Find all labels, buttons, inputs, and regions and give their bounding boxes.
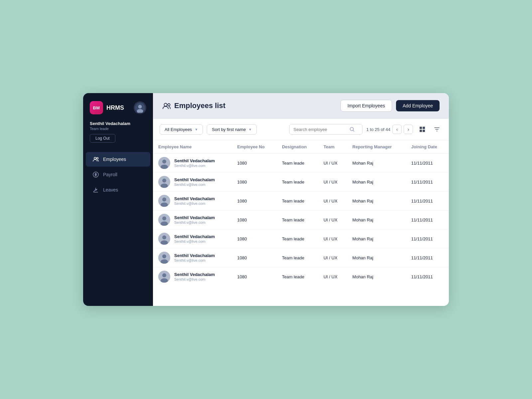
employee-name-cell: Senthil Vedachalam Senthil.v@live.com: [153, 210, 232, 229]
top-actions: Import Employees Add Employee: [340, 100, 440, 112]
prev-page-button[interactable]: ‹: [392, 125, 402, 134]
table-area: All Employees ▼ Sort by first name ▼ 1 t…: [153, 119, 449, 306]
page-title: Employees list: [174, 101, 225, 110]
sidebar-item-payroll[interactable]: Payroll: [86, 167, 150, 182]
employee-name: Senthil Vedachalam: [174, 196, 215, 201]
table-row[interactable]: Senthil Vedachalam Senthil.v@live.com 10…: [153, 154, 449, 173]
user-role: Team leade: [90, 127, 146, 131]
employee-joining-date: 11/11/2011: [406, 154, 449, 173]
svg-point-3: [94, 157, 96, 159]
col-team: Team: [318, 140, 347, 154]
sort-caret-icon: ▼: [248, 128, 252, 131]
employee-email: Senthil.v@live.com: [174, 201, 215, 205]
page-title-area: Employees list: [162, 101, 225, 110]
search-icon: [349, 127, 355, 132]
grid-view-button[interactable]: [417, 124, 428, 135]
employee-designation: Team leade: [277, 173, 318, 192]
employee-manager: Mohan Raj: [347, 248, 406, 267]
svg-point-1: [138, 105, 142, 108]
employee-joining-date: 11/11/2011: [406, 210, 449, 229]
next-page-button[interactable]: ›: [404, 125, 413, 134]
employee-number: 1080: [232, 210, 277, 229]
filter-icon-button[interactable]: [432, 124, 442, 135]
employee-name-cell: Senthil Vedachalam Senthil.v@live.com: [153, 248, 232, 267]
svg-point-20: [162, 198, 166, 201]
sidebar-item-employees-label: Employees: [103, 157, 126, 162]
sidebar-item-leaves[interactable]: Leaves: [86, 183, 150, 197]
employee-joining-date: 11/11/2011: [406, 248, 449, 267]
employee-avatar: [158, 157, 170, 169]
table-row[interactable]: Senthil Vedachalam Senthil.v@live.com 10…: [153, 229, 449, 248]
employee-name-cell: Senthil Vedachalam Senthil.v@live.com: [153, 154, 232, 173]
employee-manager: Mohan Raj: [347, 229, 406, 248]
pagination-text: 1 to 25 of 44: [366, 127, 390, 132]
employee-name: Senthil Vedachalam: [174, 272, 215, 277]
employee-joining-date: 11/11/2011: [406, 229, 449, 248]
employee-team: UI / UX: [318, 248, 347, 267]
leaves-icon: [92, 187, 99, 193]
sort-dropdown[interactable]: Sort by first name ▼: [207, 124, 257, 135]
employee-table: Employee Name Employee No Designation Te…: [153, 140, 449, 286]
employee-name-cell: Senthil Vedachalam Senthil.v@live.com: [153, 173, 232, 192]
main-content: Employees list Import Employees Add Empl…: [153, 93, 449, 306]
employee-avatar: [158, 271, 170, 283]
employee-number: 1080: [232, 248, 277, 267]
employee-manager: Mohan Raj: [347, 173, 406, 192]
employee-name-cell: Senthil Vedachalam Senthil.v@live.com: [153, 229, 232, 248]
svg-point-6: [164, 103, 167, 106]
filter-dropdown[interactable]: All Employees ▼: [160, 124, 203, 135]
table-row[interactable]: Senthil Vedachalam Senthil.v@live.com 10…: [153, 210, 449, 229]
table-row[interactable]: Senthil Vedachalam Senthil.v@live.com 10…: [153, 192, 449, 210]
employee-email: Senthil.v@live.com: [174, 220, 215, 224]
payroll-icon: [92, 171, 99, 178]
filter-caret-icon: ▼: [195, 128, 198, 131]
col-employee-no: Employee No: [232, 140, 277, 154]
user-avatar: [134, 101, 146, 114]
sidebar: BM HRMS Senthil Vedachalam Team leade Lo…: [83, 93, 153, 306]
employee-avatar: [158, 233, 170, 245]
employee-number: 1080: [232, 229, 277, 248]
user-info: Senthil Vedachalam Team leade Log Out: [83, 121, 153, 148]
sidebar-item-payroll-label: Payroll: [103, 172, 117, 177]
employee-team: UI / UX: [318, 154, 347, 173]
employee-team: UI / UX: [318, 173, 347, 192]
svg-point-29: [162, 254, 166, 258]
add-employee-button[interactable]: Add Employee: [396, 100, 440, 111]
employee-avatar: [158, 214, 170, 226]
employee-team: UI / UX: [318, 210, 347, 229]
employee-designation: Team leade: [277, 267, 318, 286]
search-input[interactable]: [294, 127, 347, 132]
pagination-info: 1 to 25 of 44 ‹ ›: [366, 125, 413, 134]
table-row[interactable]: Senthil Vedachalam Senthil.v@live.com 10…: [153, 248, 449, 267]
employee-name: Senthil Vedachalam: [174, 234, 215, 239]
employee-name: Senthil Vedachalam: [174, 215, 215, 220]
employee-designation: Team leade: [277, 229, 318, 248]
user-name: Senthil Vedachalam: [90, 121, 146, 126]
svg-point-4: [97, 158, 98, 159]
sidebar-item-leaves-label: Leaves: [103, 187, 118, 193]
employee-number: 1080: [232, 267, 277, 286]
employee-name: Senthil Vedachalam: [174, 177, 215, 182]
employee-name: Senthil Vedachalam: [174, 158, 215, 163]
svg-point-14: [162, 160, 166, 164]
employee-manager: Mohan Raj: [347, 210, 406, 229]
import-employees-button[interactable]: Import Employees: [340, 100, 392, 112]
table-row[interactable]: Senthil Vedachalam Senthil.v@live.com 10…: [153, 267, 449, 286]
svg-point-17: [162, 179, 166, 183]
sort-label: Sort by first name: [212, 127, 246, 132]
col-employee-name: Employee Name: [153, 140, 232, 154]
top-bar: Employees list Import Employees Add Empl…: [153, 93, 449, 119]
employee-joining-date: 11/11/2011: [406, 173, 449, 192]
table-header-row: Employee Name Employee No Designation Te…: [153, 140, 449, 154]
employee-name-cell: Senthil Vedachalam Senthil.v@live.com: [153, 192, 232, 210]
table-row[interactable]: Senthil Vedachalam Senthil.v@live.com 10…: [153, 173, 449, 192]
employee-email: Senthil.v@live.com: [174, 258, 215, 262]
logout-button[interactable]: Log Out: [90, 134, 115, 143]
sidebar-item-employees[interactable]: Employees: [86, 152, 150, 167]
employee-joining-date: 11/11/2011: [406, 192, 449, 210]
employee-designation: Team leade: [277, 154, 318, 173]
employee-email: Senthil.v@live.com: [174, 277, 215, 281]
employee-email: Senthil.v@live.com: [174, 164, 215, 168]
app-container: BM HRMS Senthil Vedachalam Team leade Lo…: [83, 93, 449, 306]
logo-badge: BM: [90, 101, 103, 114]
